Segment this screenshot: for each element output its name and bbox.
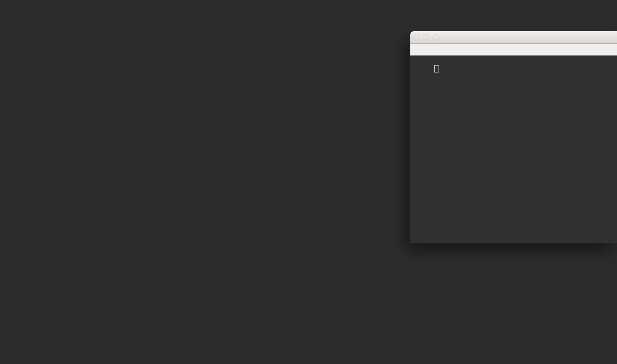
terminal-cursor: [434, 65, 439, 72]
minimize-button[interactable]: [423, 34, 429, 40]
terminal-output[interactable]: [410, 56, 617, 243]
close-button[interactable]: [413, 34, 419, 40]
maximize-button[interactable]: [432, 34, 439, 40]
terminal-window: [410, 31, 617, 243]
terminal-titlebar[interactable]: [410, 31, 617, 44]
terminal-menubar: [410, 44, 617, 56]
screen: [0, 0, 617, 364]
